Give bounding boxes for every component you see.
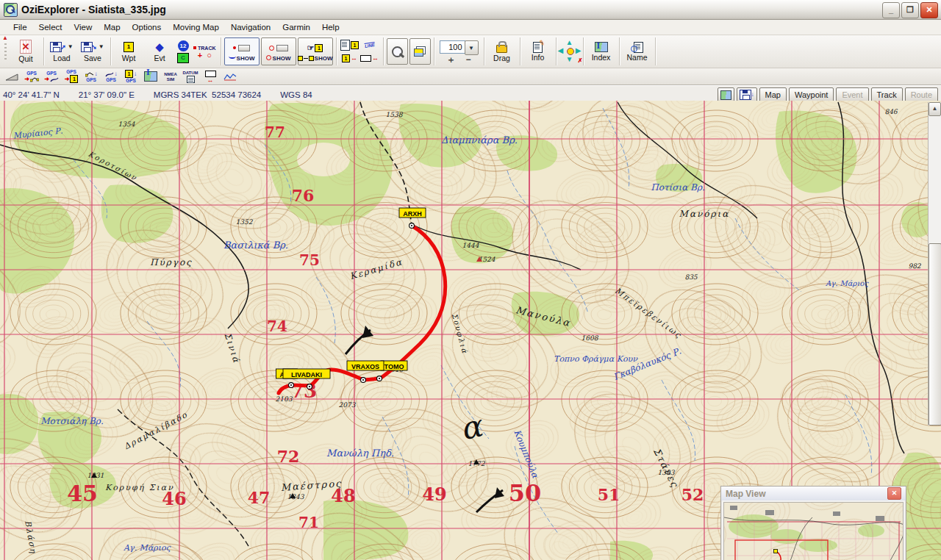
track-plus-icon[interactable]: + (198, 52, 202, 58)
scroll-up-button[interactable]: ▲ (929, 102, 941, 116)
count-comment-buttons[interactable]: 12 C (175, 37, 191, 66)
drag-button[interactable]: Drag (487, 37, 518, 66)
show-track-toggle[interactable]: SHOW (224, 37, 260, 65)
pointing-hand-icon: ☞ (307, 44, 315, 51)
map-view-body[interactable] (723, 502, 904, 560)
oziexplorer-window: { "window": {"title": "OziExplorer - Sia… (0, 0, 941, 560)
pan-left-icon[interactable]: ◀ (558, 47, 564, 54)
place-name: Τοπνο Φράγμα Κουν (554, 354, 638, 364)
track-control-button[interactable]: LINE (360, 39, 379, 51)
map-mode-button[interactable]: Map (759, 87, 787, 102)
elevation-label: 982 (908, 262, 921, 270)
gps-get-waypoints-button[interactable]: GPS ➜ (23, 69, 40, 84)
title-bar[interactable]: OziExplorer - Siatista_335.jpg _ ❐ ✕ (0, 0, 941, 20)
gps-send-events-button[interactable]: 1↓ GPS (122, 69, 140, 84)
red-dot-icon (233, 46, 236, 49)
grid-number: 71 (298, 514, 319, 531)
waypoint-button[interactable]: 1 Wpt (113, 37, 144, 66)
map-vertical-scrollbar[interactable]: ▲ (928, 102, 941, 426)
map-canvas[interactable]: α 454647484950515277767574737271Μυρίαιος… (0, 101, 941, 560)
quit-button[interactable]: ✕ Quit (10, 37, 41, 66)
map-view-titlebar[interactable]: Map View ✕ (721, 487, 906, 500)
grid-number: 49 (422, 484, 446, 505)
elevation-label: 1843 (287, 493, 305, 500)
image-icon: I (144, 71, 157, 82)
pan-down-icon[interactable]: ▼ (566, 56, 573, 63)
waypoint-project-button[interactable]: 1↔ (340, 52, 359, 65)
map-view-close-button[interactable]: ✕ (887, 487, 901, 500)
gps-send-track-button[interactable]: ↓ GPS (102, 69, 120, 84)
menu-file[interactable]: File (7, 21, 33, 33)
map-image-button[interactable] (718, 87, 734, 102)
place-name: Μανόρια (679, 209, 730, 219)
toolbar-drag-handle[interactable]: ▲ (1, 37, 9, 66)
gps-get-events-button[interactable]: GPS ➜1 (62, 69, 80, 84)
save-dropdown-icon[interactable]: ▼ (99, 43, 104, 50)
grid-number: 52 (681, 485, 704, 504)
menu-view[interactable]: View (68, 21, 99, 33)
event-button[interactable]: ◆ Evt (144, 37, 175, 66)
index-button[interactable]: I Index (586, 37, 617, 66)
menu-map[interactable]: Map (98, 21, 126, 33)
name-search-button[interactable]: Name (622, 37, 653, 66)
datum-button[interactable]: DATUM (182, 69, 199, 84)
show-waypoints-toggle[interactable]: ☞1 SHOW (298, 37, 333, 65)
elevation-label: 835 (684, 273, 698, 281)
blue-down-arrow-icon: ↓ (115, 72, 118, 76)
waypoint-list-button[interactable]: 1 (340, 39, 359, 51)
close-button[interactable]: ✕ (920, 2, 938, 18)
zoom-in-button[interactable]: ＋ (446, 57, 455, 62)
scrollbar-thumb[interactable] (929, 243, 941, 426)
datum-readout: WGS 84 (280, 90, 312, 99)
waypoint-mode-button[interactable]: Waypoint (789, 87, 834, 102)
image-button[interactable]: I (142, 69, 160, 84)
pan-up-icon[interactable]: ▲ (566, 39, 573, 46)
node-icon (309, 56, 314, 61)
menu-help[interactable]: Help (316, 21, 346, 33)
pan-right-icon[interactable]: ▶ (576, 47, 582, 54)
track-control[interactable]: TRACK +○ (191, 37, 218, 66)
event-box-icon: 1 (70, 75, 78, 83)
comment-icon[interactable]: C (177, 53, 189, 63)
red-circle-icon (266, 55, 271, 60)
info-button[interactable]: ✎ Info (523, 37, 554, 66)
map-view-title: Map View (726, 489, 765, 499)
load-button[interactable]: ➚▼ Load (46, 37, 77, 66)
load-dropdown-icon[interactable]: ▼ (68, 43, 74, 50)
menu-moving-map[interactable]: Moving Map (167, 21, 225, 33)
restore-button[interactable]: ❐ (901, 2, 919, 18)
event-icon: ◆ (155, 40, 164, 53)
pan-close-icon[interactable]: ✗ (578, 57, 583, 65)
left-right-arrows-icon: ↔ (372, 54, 379, 62)
save-button[interactable]: ➘▼ Save (77, 37, 108, 66)
gps-get-track-button[interactable]: GPS ➜ (43, 69, 60, 84)
map-ruler-button[interactable] (3, 69, 21, 84)
gps-send-waypoints-button[interactable]: ↓ GPS (82, 69, 100, 84)
place-name: Αγ. Μάριος (123, 543, 171, 553)
track-wave-icon (229, 54, 236, 59)
nmea-simulator-button[interactable]: NMEA SIM (162, 69, 179, 84)
map-windows-button[interactable] (409, 38, 431, 65)
distance-button[interactable]: ↔ (360, 52, 379, 65)
pan-control[interactable]: ▲ ◀ ▶ ▼ ✗ (559, 40, 581, 62)
menu-navigation[interactable]: Navigation (225, 21, 276, 33)
measure-button[interactable]: ↔ (201, 69, 219, 84)
quick-save-button[interactable]: ↓ (737, 87, 757, 102)
menu-garmin[interactable]: Garmin (276, 21, 316, 33)
menu-select[interactable]: Select (33, 21, 68, 33)
menu-options[interactable]: Options (126, 21, 168, 33)
profile-button[interactable] (221, 69, 239, 84)
zoom-out-button[interactable]: − (465, 57, 470, 62)
minimize-button[interactable]: _ (882, 2, 900, 18)
event-count-badge[interactable]: 12 (178, 40, 189, 51)
status-buttons: ↓ MapWaypointEventTrackRoute (718, 87, 938, 102)
zoom-value-field[interactable]: 100 (440, 40, 465, 54)
track-circle-icon[interactable]: ○ (207, 52, 212, 58)
pan-center-icon[interactable] (567, 48, 574, 55)
zoom-window-button[interactable] (387, 38, 408, 65)
map-view-window[interactable]: Map View ✕ (720, 486, 906, 560)
show-events-toggle[interactable]: SHOW (261, 37, 296, 65)
left-right-arrows-icon: ↔ (207, 78, 214, 82)
track-mode-button[interactable]: Track (871, 87, 903, 102)
zoom-dropdown-button[interactable]: ▼ (465, 40, 479, 55)
